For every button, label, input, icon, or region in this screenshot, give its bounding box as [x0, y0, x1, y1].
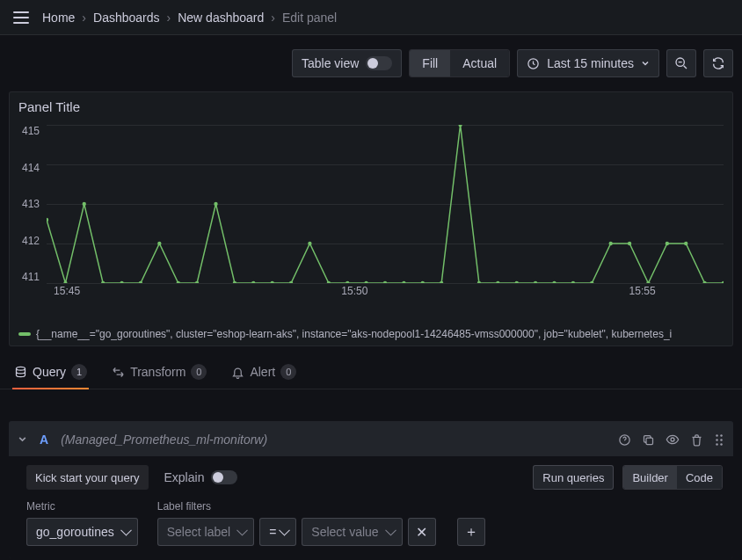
refresh-icon — [711, 56, 725, 70]
fill-button[interactable]: Fill — [410, 50, 450, 76]
svg-point-20 — [383, 281, 387, 283]
chart-legend[interactable]: {__name__="go_goroutines", cluster="esho… — [18, 328, 724, 340]
code-mode-button[interactable]: Code — [677, 466, 722, 489]
query-body: Kick start your query Explain Run querie… — [9, 456, 733, 558]
svg-point-24 — [458, 125, 462, 127]
crumb-newdash[interactable]: New dashboard — [178, 11, 264, 25]
panel-title: Panel Title — [18, 99, 724, 114]
svg-point-32 — [608, 242, 612, 245]
crumb-editpanel: Edit panel — [282, 11, 337, 25]
x-axis: 15:4515:5015:55 — [47, 285, 724, 301]
builder-mode-button[interactable]: Builder — [623, 466, 676, 489]
legend-color-swatch — [18, 332, 31, 336]
actual-button[interactable]: Actual — [450, 50, 509, 76]
svg-point-44 — [720, 434, 723, 437]
copy-icon[interactable] — [642, 433, 655, 447]
svg-point-6 — [120, 281, 123, 283]
tab-alert-label: Alert — [250, 365, 275, 379]
metric-select[interactable]: go_goroutines — [26, 518, 138, 546]
remove-filter-button[interactable]: ✕ — [408, 518, 436, 546]
svg-point-43 — [716, 434, 718, 437]
chart-plot — [47, 125, 724, 283]
builder-code-toggle: Builder Code — [622, 465, 723, 490]
svg-point-14 — [270, 281, 273, 283]
legend-label: {__name__="go_goroutines", cluster="esho… — [36, 328, 672, 340]
svg-point-18 — [346, 281, 349, 283]
svg-point-11 — [214, 202, 217, 206]
tab-query[interactable]: Query 1 — [12, 359, 89, 389]
x-icon: ✕ — [416, 524, 427, 541]
tab-query-count: 1 — [71, 364, 87, 380]
panel: Panel Title 415414413412411 15:4515:5015… — [9, 91, 733, 346]
tab-alert[interactable]: Alert 0 — [229, 359, 298, 389]
zoom-out-icon — [674, 56, 688, 70]
query-ref-id[interactable]: A — [40, 433, 48, 447]
chart[interactable]: 415414413412411 15:4515:5015:55 — [43, 125, 724, 301]
svg-point-35 — [666, 242, 669, 245]
explain-toggle[interactable]: Explain — [164, 470, 238, 484]
kickstart-button[interactable]: Kick start your query — [26, 465, 149, 490]
filter-operator: = — [269, 525, 276, 539]
chevron-right-icon: › — [167, 11, 171, 25]
menu-toggle[interactable] — [7, 4, 35, 32]
fill-actual-toggle: Fill Actual — [409, 49, 510, 77]
y-axis: 415414413412411 — [18, 125, 40, 283]
eye-icon[interactable] — [666, 433, 680, 447]
svg-point-8 — [157, 242, 161, 245]
trash-icon[interactable] — [690, 433, 703, 447]
clock-icon — [527, 57, 540, 70]
svg-point-42 — [671, 438, 674, 441]
svg-point-29 — [552, 281, 556, 283]
run-queries-button[interactable]: Run queries — [533, 465, 614, 490]
crumb-dashboards[interactable]: Dashboards — [93, 11, 160, 25]
metric-value: go_goroutines — [36, 525, 114, 539]
svg-point-23 — [440, 281, 443, 283]
hamburger-icon — [13, 11, 29, 24]
chevron-down-icon — [18, 434, 27, 444]
table-view-toggle[interactable]: Table view — [292, 49, 402, 77]
table-view-label: Table view — [302, 56, 359, 70]
filter-label-select[interactable]: Select label — [157, 518, 254, 546]
tab-transform-count: 0 — [191, 364, 207, 380]
refresh-button[interactable] — [703, 49, 733, 77]
svg-point-22 — [421, 281, 425, 283]
svg-point-38 — [722, 281, 724, 283]
transform-icon — [112, 366, 125, 379]
time-range-picker[interactable]: Last 15 minutes — [517, 49, 659, 77]
svg-point-27 — [515, 281, 519, 283]
svg-point-3 — [63, 281, 67, 283]
drag-handle-icon[interactable] — [714, 433, 724, 447]
svg-point-45 — [716, 439, 718, 441]
crumb-home[interactable]: Home — [42, 11, 75, 25]
bell-icon — [231, 366, 244, 379]
svg-point-19 — [364, 281, 367, 283]
chevron-right-icon: › — [271, 11, 275, 25]
filter-value-select[interactable]: Select value — [302, 518, 402, 546]
collapse-toggle[interactable] — [18, 433, 27, 447]
svg-point-5 — [101, 281, 105, 283]
zoom-out-button[interactable] — [666, 49, 696, 77]
svg-point-25 — [477, 281, 481, 283]
help-icon[interactable] — [618, 433, 631, 447]
query-datasource[interactable]: (Managed_Prometheus_ml-monitorw) — [61, 433, 267, 447]
tab-transform[interactable]: Transform 0 — [110, 359, 208, 389]
tab-transform-label: Transform — [130, 365, 186, 379]
tab-query-label: Query — [33, 365, 66, 379]
metric-label: Metric — [26, 500, 138, 513]
svg-point-33 — [628, 242, 631, 245]
svg-point-46 — [720, 439, 723, 441]
switch-icon — [211, 470, 237, 484]
tab-alert-count: 0 — [280, 364, 296, 380]
add-filter-button[interactable]: ＋ — [457, 518, 485, 546]
svg-point-30 — [571, 281, 575, 283]
filter-operator-select[interactable]: = — [259, 518, 296, 546]
label-filters-label: Label filters — [157, 500, 485, 513]
svg-point-12 — [233, 281, 236, 283]
svg-point-10 — [195, 281, 199, 283]
query-editor: A (Managed_Prometheus_ml-monitorw) Kick … — [9, 421, 733, 558]
filter-value-placeholder: Select value — [311, 525, 378, 539]
svg-point-4 — [83, 202, 86, 206]
svg-point-2 — [47, 218, 48, 222]
svg-point-48 — [720, 443, 723, 446]
query-tabs: Query 1 Transform 0 Alert 0 — [0, 353, 742, 389]
